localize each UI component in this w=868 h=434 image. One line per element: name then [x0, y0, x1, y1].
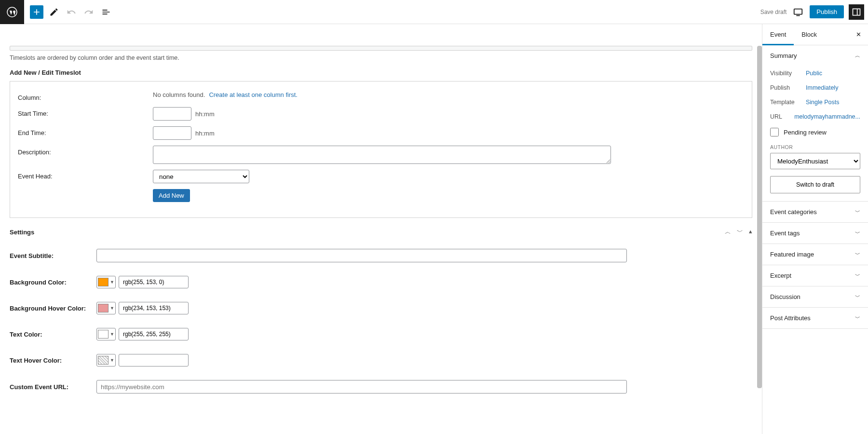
settings-header: Settings ︿ ﹀ ▴ — [10, 228, 752, 240]
text-hover-color-swatch — [98, 356, 108, 365]
chevron-down-icon: ﹀ — [855, 230, 860, 237]
switch-to-draft-button[interactable]: Switch to draft — [770, 176, 860, 193]
chevron-down-icon: ﹀ — [855, 208, 860, 216]
start-time-hint: hh:mm — [195, 110, 215, 118]
settings-down-icon[interactable]: ﹀ — [737, 228, 743, 236]
settings-up-icon[interactable]: ︿ — [725, 228, 731, 236]
text-hover-color-label: Text Hover Color: — [10, 357, 96, 364]
redo-icon[interactable] — [82, 5, 95, 19]
description-input[interactable] — [153, 146, 611, 164]
publish-value[interactable]: Immediately — [806, 84, 838, 91]
post-attributes-panel[interactable]: Post Attributes﹀ — [762, 308, 868, 328]
toolbar-right: Save draft Publish — [760, 4, 868, 20]
custom-url-input[interactable] — [96, 380, 627, 393]
event-head-select[interactable]: none — [153, 170, 249, 183]
custom-url-label: Custom Event URL: — [10, 383, 96, 391]
settings-panel-toggle[interactable] — [849, 4, 864, 20]
toolbar-left — [24, 5, 113, 19]
tab-event[interactable]: Event — [762, 24, 794, 45]
visibility-label: Visibility — [770, 70, 806, 77]
chevron-down-icon: ▼ — [110, 358, 114, 363]
text-color-input[interactable] — [119, 328, 189, 340]
event-subtitle-input[interactable] — [96, 249, 627, 262]
summary-panel-header[interactable]: Summary ︿ — [762, 45, 868, 66]
pending-review-label: Pending review — [784, 129, 827, 136]
tab-block[interactable]: Block — [794, 24, 825, 45]
sidebar-tabs: Event Block ✕ — [762, 24, 868, 45]
template-value[interactable]: Single Posts — [806, 99, 839, 106]
editor-area: Timeslots are ordered by column order an… — [0, 24, 762, 434]
bg-hover-color-input[interactable] — [119, 302, 189, 314]
bg-color-label: Background Color: — [10, 279, 96, 286]
chevron-down-icon: ﹀ — [855, 314, 860, 322]
author-select[interactable]: MelodyEnthusiast — [770, 153, 860, 169]
visibility-value[interactable]: Public — [806, 70, 822, 77]
bg-color-input[interactable] — [119, 276, 189, 288]
settings-title: Settings — [10, 229, 34, 236]
excerpt-panel[interactable]: Excerpt﹀ — [762, 265, 868, 286]
column-label: Column: — [18, 91, 153, 101]
text-color-label: Text Color: — [10, 331, 96, 338]
text-color-swatch-button[interactable]: ▼ — [96, 328, 116, 340]
settings-sidebar: Event Block ✕ Summary ︿ Visibility Publi… — [762, 24, 868, 434]
publish-label: Publish — [770, 84, 806, 91]
bg-color-swatch-button[interactable]: ▼ — [96, 276, 116, 288]
placeholder-box — [10, 46, 752, 51]
text-hover-color-input[interactable] — [119, 354, 189, 366]
end-time-input[interactable] — [153, 126, 191, 140]
text-color-swatch — [98, 330, 108, 339]
timeslot-form: Column: No columns found. Create at leas… — [10, 81, 752, 218]
bg-hover-color-label: Background Hover Color: — [10, 305, 96, 312]
add-block-button[interactable] — [30, 5, 43, 19]
scrollbar-track — [757, 46, 762, 434]
create-column-link[interactable]: Create at least one column first. — [209, 91, 298, 98]
publish-button[interactable]: Publish — [810, 5, 844, 18]
close-sidebar-icon[interactable]: ✕ — [849, 24, 868, 45]
chevron-down-icon: ﹀ — [855, 272, 860, 279]
scrollbar-thumb[interactable] — [757, 46, 762, 388]
event-tags-panel[interactable]: Event tags﹀ — [762, 223, 868, 244]
chevron-up-icon: ︿ — [855, 52, 860, 59]
featured-image-panel[interactable]: Featured image﹀ — [762, 244, 868, 265]
chevron-down-icon: ▼ — [110, 280, 114, 285]
event-subtitle-label: Event Subtitle: — [10, 252, 96, 259]
pending-review-checkbox[interactable] — [770, 128, 779, 136]
chevron-down-icon: ﹀ — [855, 251, 860, 258]
bg-color-swatch — [98, 278, 108, 286]
end-time-label: End Time: — [18, 126, 153, 136]
url-value[interactable]: melodymayhammadne... — [794, 113, 860, 120]
wordpress-logo[interactable] — [0, 0, 24, 24]
event-categories-panel[interactable]: Event categories﹀ — [762, 202, 868, 222]
svg-rect-1 — [794, 9, 802, 14]
template-label: Template — [770, 99, 806, 106]
undo-icon[interactable] — [65, 5, 78, 19]
chevron-down-icon: ﹀ — [855, 293, 860, 300]
no-columns-text: No columns found. — [153, 91, 205, 98]
text-hover-color-swatch-button[interactable]: ▼ — [96, 354, 116, 366]
description-label: Description: — [18, 146, 153, 156]
summary-panel: Summary ︿ Visibility Public Publish Imme… — [762, 45, 868, 202]
svg-rect-2 — [853, 9, 860, 15]
settings-collapse-icon[interactable]: ▴ — [749, 228, 752, 236]
add-new-button[interactable]: Add New — [153, 189, 190, 202]
bg-hover-color-swatch — [98, 304, 108, 312]
chevron-down-icon: ▼ — [110, 332, 114, 337]
start-time-input[interactable] — [153, 107, 191, 121]
author-label: AUTHOR — [770, 144, 860, 150]
url-label: URL — [770, 113, 794, 120]
save-draft-button[interactable]: Save draft — [760, 9, 787, 15]
document-overview-icon[interactable] — [99, 5, 113, 19]
main-layout: Timeslots are ordered by column order an… — [0, 24, 868, 434]
discussion-panel[interactable]: Discussion﹀ — [762, 286, 868, 307]
bg-hover-color-swatch-button[interactable]: ▼ — [96, 302, 116, 314]
timeslot-hint: Timeslots are ordered by column order an… — [10, 54, 752, 61]
start-time-label: Start Time: — [18, 107, 153, 117]
preview-icon[interactable] — [791, 5, 805, 19]
event-head-label: Event Head: — [18, 170, 153, 180]
top-toolbar: Save draft Publish — [0, 0, 868, 24]
end-time-hint: hh:mm — [195, 130, 215, 137]
edit-icon[interactable] — [47, 5, 61, 19]
add-edit-timeslot-title: Add New / Edit Timeslot — [10, 69, 752, 76]
chevron-down-icon: ▼ — [110, 306, 114, 311]
